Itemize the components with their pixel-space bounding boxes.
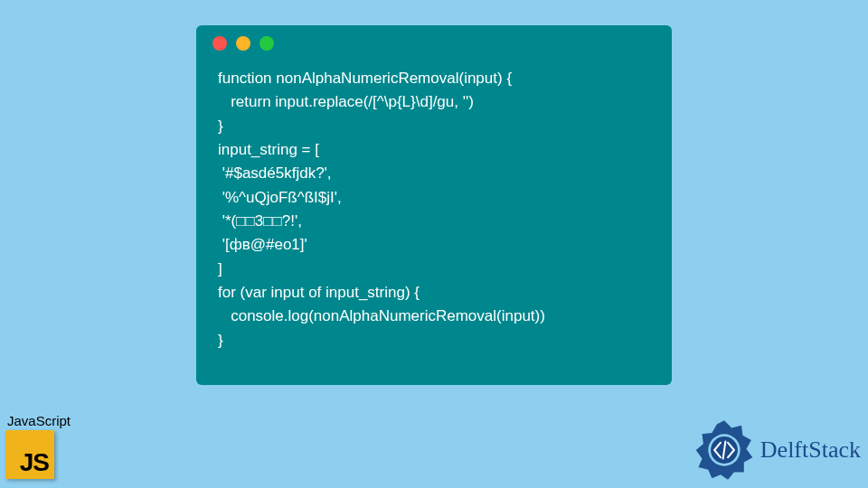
code-window: function nonAlphaNumericRemoval(input) {… — [196, 25, 672, 385]
js-logo-text: JS — [20, 448, 49, 477]
maximize-icon — [259, 36, 274, 51]
code-block: function nonAlphaNumericRemoval(input) {… — [196, 61, 672, 371]
minimize-icon — [236, 36, 250, 51]
close-icon — [212, 36, 227, 51]
brand-name: DelftStack — [760, 436, 861, 464]
language-label: JavaScript — [7, 413, 71, 428]
brand-logo: DelftStack — [693, 419, 861, 481]
window-titlebar — [196, 25, 672, 61]
javascript-badge: JavaScript JS — [5, 413, 71, 479]
brand-mark-icon — [693, 419, 755, 481]
js-logo-icon: JS — [5, 430, 54, 479]
